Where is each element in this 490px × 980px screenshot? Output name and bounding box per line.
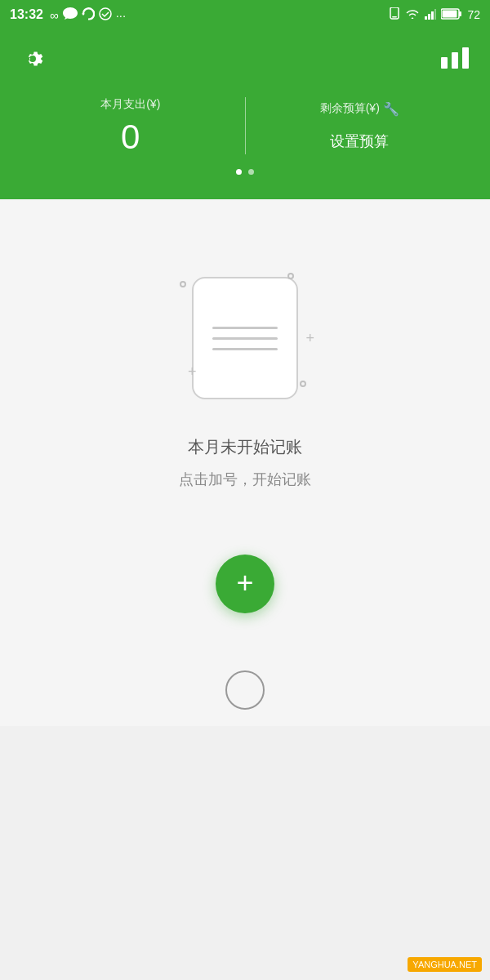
stats-divider (245, 97, 246, 154)
header-area: 本月支出(¥) 0 剩余预算(¥) 🔧 设置预算 (0, 29, 490, 199)
deco-dot-topleft (180, 281, 186, 287)
gear-icon (20, 46, 46, 72)
page-dot-1 (236, 169, 242, 175)
budget-block: 剩余预算(¥) 🔧 设置预算 (254, 97, 466, 154)
header-toolbar (16, 42, 474, 78)
note-line-1 (212, 327, 278, 329)
more-icon: ··· (116, 8, 127, 22)
page-dot-2 (248, 169, 254, 175)
status-time: 13:32 (10, 7, 43, 22)
chart-icon (439, 47, 470, 70)
battery-icon (441, 8, 462, 22)
check-icon (99, 7, 112, 23)
notebook-card (192, 277, 298, 399)
monthly-expense-label: 本月支出(¥) (24, 97, 237, 112)
status-bar: 13:32 ∞ ··· (0, 0, 490, 29)
empty-illustration: + + (172, 265, 318, 412)
status-right: 72 (389, 7, 480, 23)
add-icon: + (236, 568, 253, 598)
svg-rect-11 (452, 52, 458, 69)
empty-title: 本月未开始记账 (188, 436, 302, 458)
home-indicator[interactable] (225, 670, 265, 710)
status-icons: ∞ ··· (50, 7, 126, 23)
svg-rect-8 (459, 11, 461, 16)
settings-button[interactable] (16, 42, 49, 78)
svg-point-0 (100, 8, 111, 20)
message-icon (63, 7, 78, 23)
svg-rect-2 (392, 16, 397, 18)
main-content: + + 本月未开始记账 点击加号，开始记账 + (0, 199, 490, 662)
watermark: YANGHUA.NET (408, 957, 482, 972)
phone-icon (389, 7, 400, 23)
add-button[interactable]: + (216, 555, 274, 613)
monthly-expense-block: 本月支出(¥) 0 (24, 97, 237, 154)
infinity-icon: ∞ (50, 8, 59, 22)
svg-rect-10 (441, 57, 448, 69)
deco-plus-middleright: + (305, 331, 314, 345)
bottom-area (0, 662, 490, 726)
svg-rect-4 (428, 14, 430, 20)
battery-level: 72 (467, 8, 480, 21)
note-line-3 (212, 348, 278, 350)
deco-dot-topright (287, 273, 294, 279)
stats-area: 本月支出(¥) 0 剩余预算(¥) 🔧 设置预算 (16, 97, 474, 154)
chart-button[interactable] (436, 44, 474, 76)
refresh-icon (82, 7, 95, 23)
svg-rect-3 (425, 16, 427, 20)
deco-plus-bottomleft: + (188, 364, 197, 379)
svg-rect-12 (462, 47, 469, 69)
status-left: 13:32 ∞ ··· (10, 7, 126, 23)
page-dots (16, 169, 474, 175)
note-line-2 (212, 337, 278, 340)
svg-rect-9 (443, 10, 457, 17)
wifi-icon (405, 8, 420, 22)
remaining-budget-label: 剩余预算(¥) 🔧 (254, 101, 466, 117)
monthly-expense-value: 0 (24, 120, 237, 154)
empty-subtitle: 点击加号，开始记账 (179, 470, 311, 489)
signal-icon (425, 8, 436, 22)
deco-dot-bottomright (300, 381, 306, 387)
edit-icon: 🔧 (383, 101, 399, 117)
set-budget-button[interactable]: 设置预算 (254, 131, 466, 151)
svg-rect-6 (434, 9, 436, 20)
svg-rect-5 (431, 11, 434, 20)
